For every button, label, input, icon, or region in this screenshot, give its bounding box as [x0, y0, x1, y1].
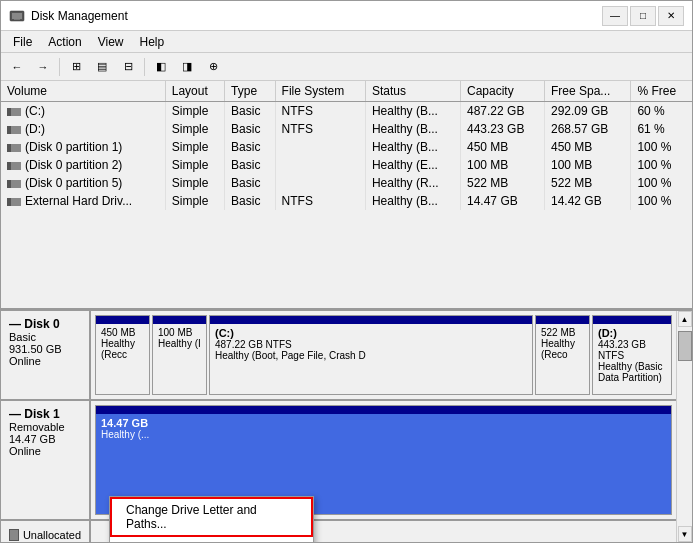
main-window: Disk Management — □ ✕ File Action View H… [0, 0, 693, 543]
scroll-thumb[interactable] [678, 331, 692, 361]
context-menu-item-eject[interactable]: Eject [110, 537, 313, 542]
disk0-part3-header [210, 316, 532, 324]
toolbar-sep-1 [59, 58, 60, 76]
toolbar-sep-2 [144, 58, 145, 76]
table-row[interactable]: (D:) Simple Basic NTFS Healthy (B... 443… [1, 120, 692, 138]
col-type: Type [225, 81, 276, 102]
col-free: Free Spa... [545, 81, 631, 102]
menu-action[interactable]: Action [40, 33, 89, 51]
col-pct: % Free [631, 81, 692, 102]
disk0-part4[interactable]: 522 MB Healthy (Reco [535, 315, 590, 395]
menu-file[interactable]: File [5, 33, 40, 51]
col-capacity: Capacity [461, 81, 545, 102]
col-volume: Volume [1, 81, 165, 102]
toolbar: ← → ⊞ ▤ ⊟ ◧ ◨ ⊕ [1, 53, 692, 81]
disk0-part5-header [593, 316, 671, 324]
disk1-type: Removable [9, 421, 81, 433]
title-bar-left: Disk Management [9, 8, 128, 24]
menu-bar: File Action View Help [1, 31, 692, 53]
disk0-part1-header [96, 316, 149, 324]
table-row[interactable]: External Hard Driv... Simple Basic NTFS … [1, 192, 692, 210]
unallocated-label: Unallocated [1, 521, 91, 542]
disk1-status: Online [9, 445, 81, 457]
bottom-panel: — Disk 0 Basic 931.50 GB Online 450 MB H… [1, 311, 692, 542]
disk0-type: Basic [9, 331, 81, 343]
top-panel: Volume Layout Type File System Status Ca… [1, 81, 692, 311]
table-container[interactable]: Volume Layout Type File System Status Ca… [1, 81, 692, 308]
disk1-label: — Disk 1 Removable 14.47 GB Online [1, 401, 91, 519]
svg-rect-1 [12, 13, 22, 19]
toolbar-btn-8[interactable]: ⊕ [201, 56, 225, 78]
toolbar-btn-1[interactable]: ← [5, 56, 29, 78]
toolbar-btn-7[interactable]: ◨ [175, 56, 199, 78]
disk0-part1[interactable]: 450 MB Healthy (Recc [95, 315, 150, 395]
menu-help[interactable]: Help [132, 33, 173, 51]
disk0-part2[interactable]: 100 MB Healthy (I [152, 315, 207, 395]
context-menu: Change Drive Letter and Paths... Eject P… [109, 496, 314, 542]
title-bar: Disk Management — □ ✕ [1, 1, 692, 31]
table-row[interactable]: (Disk 0 partition 2) Simple Basic Health… [1, 156, 692, 174]
toolbar-btn-2[interactable]: → [31, 56, 55, 78]
maximize-button[interactable]: □ [630, 6, 656, 26]
toolbar-btn-4[interactable]: ▤ [90, 56, 114, 78]
table-row[interactable]: (C:) Simple Basic NTFS Healthy (B... 487… [1, 102, 692, 121]
content-area: Volume Layout Type File System Status Ca… [1, 81, 692, 542]
disk0-status: Online [9, 355, 81, 367]
col-status: Status [365, 81, 460, 102]
disk0-partitions: 450 MB Healthy (Recc 100 MB Healthy (I (… [91, 311, 676, 399]
scroll-down-btn[interactable]: ▼ [678, 526, 692, 542]
scroll-up-btn[interactable]: ▲ [678, 311, 692, 327]
bottom-content: — Disk 0 Basic 931.50 GB Online 450 MB H… [1, 311, 676, 542]
close-button[interactable]: ✕ [658, 6, 684, 26]
disk1-section: — Disk 1 Removable 14.47 GB Online 14.47… [1, 401, 676, 521]
context-menu-item-change-drive[interactable]: Change Drive Letter and Paths... [110, 497, 313, 537]
disk1-size: 14.47 GB [9, 433, 81, 445]
svg-rect-2 [14, 19, 20, 20]
window-controls: — □ ✕ [602, 6, 684, 26]
unallocated-icon [9, 529, 19, 541]
minimize-button[interactable]: — [602, 6, 628, 26]
window-title: Disk Management [31, 9, 128, 23]
toolbar-btn-5[interactable]: ⊟ [116, 56, 140, 78]
disk0-label: — Disk 0 Basic 931.50 GB Online [1, 311, 91, 399]
col-filesystem: File System [275, 81, 365, 102]
unallocated-section: Unallocated [1, 521, 676, 542]
volumes-table: Volume Layout Type File System Status Ca… [1, 81, 692, 210]
col-layout: Layout [165, 81, 224, 102]
disk0-part2-header [153, 316, 206, 324]
bottom-panel-inner: — Disk 0 Basic 931.50 GB Online 450 MB H… [1, 311, 692, 542]
menu-view[interactable]: View [90, 33, 132, 51]
app-icon [9, 8, 25, 24]
disk0-size: 931.50 GB [9, 343, 81, 355]
disk0-part3[interactable]: (C:) 487.22 GB NTFS Healthy (Boot, Page … [209, 315, 533, 395]
toolbar-btn-3[interactable]: ⊞ [64, 56, 88, 78]
disk0-part4-header [536, 316, 589, 324]
disk0-section: — Disk 0 Basic 931.50 GB Online 450 MB H… [1, 311, 676, 401]
scrollbar-vertical[interactable]: ▲ ▼ [676, 311, 692, 542]
toolbar-btn-6[interactable]: ◧ [149, 56, 173, 78]
disk0-part5[interactable]: (D:) 443.23 GB NTFS Healthy (Basic Data … [592, 315, 672, 395]
table-row[interactable]: (Disk 0 partition 1) Simple Basic Health… [1, 138, 692, 156]
table-row[interactable]: (Disk 0 partition 5) Simple Basic Health… [1, 174, 692, 192]
disk1-part1-header [96, 406, 671, 414]
